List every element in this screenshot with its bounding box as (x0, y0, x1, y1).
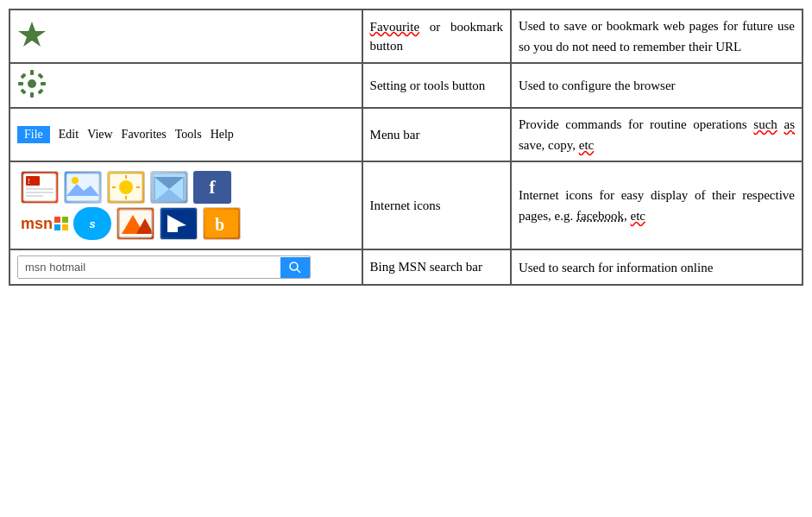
svg-marker-0 (18, 22, 46, 47)
settings-label: Setting or tools button (370, 79, 486, 92)
facebook-icon: f (193, 171, 231, 204)
settings-row: Setting or tools button Used to configur… (9, 63, 803, 108)
menubar-icon-cell: File Edit View Favorites Tools Help (9, 108, 362, 161)
search-bar-desc: Used to search for information online (511, 249, 803, 285)
svg-rect-9 (37, 88, 43, 94)
menubar-name: Menu bar (362, 108, 511, 161)
svg-point-1 (28, 79, 36, 88)
svg-point-42 (290, 262, 298, 270)
menu-favorites[interactable]: Favorites (122, 128, 167, 142)
internet-icons-desc: Internet icons for easy display of their… (511, 161, 803, 249)
svg-rect-16 (66, 173, 99, 201)
photo-icon (64, 171, 102, 204)
icons-row-2: msn s (21, 207, 351, 240)
icons-grid: ! (17, 167, 355, 243)
msn-butterfly-icon (54, 217, 68, 230)
settings-desc: Used to configure the browser (511, 63, 803, 108)
menu-edit[interactable]: Edit (59, 128, 79, 142)
menu-tools[interactable]: Tools (175, 128, 202, 142)
mail-icon (150, 171, 188, 204)
skype-icon: s (73, 207, 111, 240)
mountain-icon (116, 207, 154, 240)
menubar-row: File Edit View Favorites Tools Help Menu… (9, 108, 803, 161)
browser-ui-table: Favourite or bookmark button Used to sav… (9, 9, 803, 286)
internet-icons-cell: ! (9, 161, 362, 249)
search-bar[interactable] (17, 255, 311, 279)
svg-rect-32 (54, 224, 60, 230)
bookmark2-icon: b (203, 207, 241, 240)
msn-label: msn (21, 215, 68, 233)
svg-rect-8 (20, 88, 26, 94)
search-bar-cell (9, 249, 362, 285)
svg-rect-5 (41, 82, 46, 85)
svg-point-20 (119, 180, 133, 194)
icons-row-1: ! (21, 171, 351, 204)
internet-icons-row: ! (9, 161, 803, 249)
svg-rect-6 (20, 73, 26, 79)
bing-icon (160, 207, 198, 240)
search-input[interactable] (18, 256, 280, 278)
svg-rect-4 (18, 82, 23, 85)
svg-rect-2 (30, 70, 34, 75)
settings-name: Setting or tools button (362, 63, 511, 108)
favourite-label: Favourite or bookmark button (370, 20, 503, 54)
search-bar-name: Bing MSN search bar (362, 249, 511, 285)
svg-rect-30 (54, 217, 60, 223)
news-icon: ! (21, 171, 59, 204)
favourite-desc: Used to save or bookmark web pages for f… (511, 9, 803, 63)
search-bar-row: Bing MSN search bar Used to search for i… (9, 249, 803, 285)
menu-view[interactable]: View (87, 128, 112, 142)
etc-label: etc (630, 209, 645, 223)
svg-point-18 (72, 177, 79, 184)
svg-line-43 (297, 269, 300, 273)
menu-help[interactable]: Help (211, 128, 234, 142)
search-icon (289, 262, 301, 274)
favourite-row: Favourite or bookmark button Used to sav… (9, 9, 803, 63)
menu-file[interactable]: File (17, 126, 50, 143)
settings-icon-cell (9, 63, 362, 108)
weather-icon (107, 171, 145, 204)
svg-text:b: b (215, 215, 224, 234)
menu-bar: File Edit View Favorites Tools Help (17, 123, 355, 147)
svg-text:!: ! (28, 178, 30, 186)
menubar-desc: Provide commands for routine operations … (511, 108, 803, 161)
internet-icons-name: Internet icons (362, 161, 511, 249)
svg-rect-7 (37, 73, 43, 79)
favourite-name: Favourite or bookmark button (362, 9, 511, 63)
svg-rect-3 (30, 92, 34, 98)
gear-icon (17, 69, 47, 98)
star-icon (17, 20, 47, 49)
svg-rect-31 (62, 217, 68, 223)
svg-rect-33 (62, 224, 68, 230)
favourite-icon-cell (9, 9, 362, 63)
facebook-link: facebook (576, 209, 624, 223)
search-button[interactable] (280, 257, 310, 278)
